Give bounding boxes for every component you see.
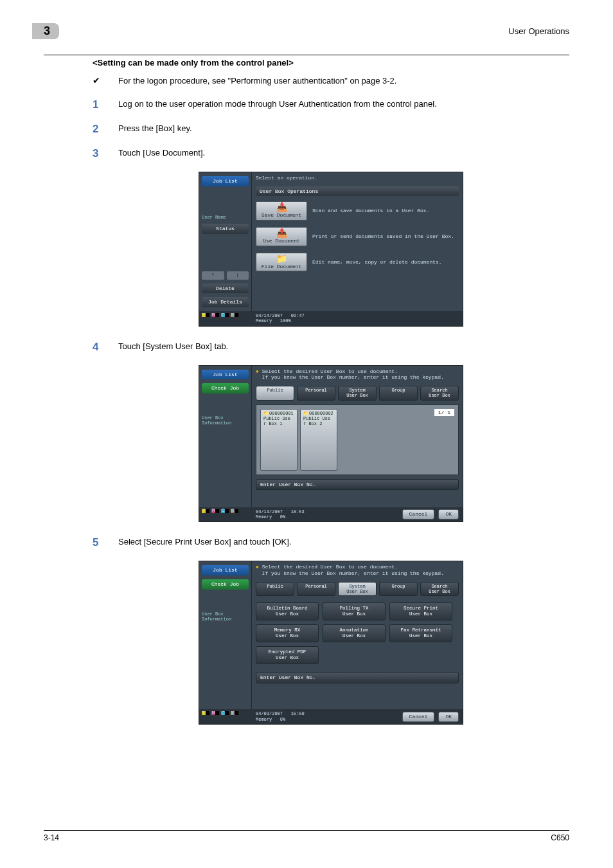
save-document-button[interactable]: 📥 Save Document: [256, 201, 307, 221]
section-title: User Operations: [508, 26, 569, 36]
cancel-button-3[interactable]: Cancel: [402, 712, 435, 722]
panel3-header1: Select the desired User Box to use docum…: [262, 564, 398, 570]
arrow-down-icon[interactable]: ↓: [227, 271, 249, 280]
user-name-label: User Name: [202, 215, 249, 220]
save-document-desc: Scan and save documents in a User Box.: [312, 208, 459, 214]
step-number-2: 2: [93, 123, 118, 136]
job-list-tab[interactable]: Job List: [202, 176, 249, 186]
user-box-2[interactable]: 📁000000002 Public Use r Box 2: [300, 409, 337, 471]
bullet-text: For the logon procedure, see "Performing…: [118, 75, 569, 87]
panel2-date: 04/13/2007: [256, 509, 283, 514]
check-job-tab[interactable]: Check Job: [202, 383, 249, 393]
step-text-2: Press the [Box] key.: [118, 123, 569, 134]
tab-search-user-box-3[interactable]: Search User Box: [420, 582, 459, 597]
panel1-memory-value: 100%: [280, 318, 291, 323]
bulb-icon: ●: [256, 564, 259, 570]
user-box-info-label-3: User Box Information: [202, 611, 249, 622]
polling-tx-user-box[interactable]: Polling TX User Box: [323, 602, 386, 620]
use-document-icon: 📤: [259, 229, 304, 238]
model-number: C650: [551, 833, 569, 842]
panel3-time: 15:50: [291, 711, 305, 716]
tab-system-user-box[interactable]: System User Box: [338, 386, 377, 401]
encrypted-pdf-user-box[interactable]: Encrypted PDF User Box: [256, 646, 319, 664]
user-box-info-label: User Box Information: [202, 415, 249, 426]
tab-group-3[interactable]: Group: [379, 582, 418, 597]
step-text-1: Log on to the user operation mode throug…: [118, 98, 569, 110]
tab-public-3[interactable]: Public: [256, 582, 294, 597]
user-box-operations-bar: User Box Operations: [256, 186, 459, 197]
tab-search-user-box[interactable]: Search User Box: [420, 386, 459, 401]
folder-icon: 📁: [263, 411, 269, 416]
job-list-tab-3[interactable]: Job List: [202, 565, 249, 575]
panel2-header1: Select the desired User Box to use docum…: [262, 368, 398, 374]
panel1-header: Select an operation.: [252, 172, 463, 184]
tab-system-user-box-3[interactable]: System User Box: [338, 582, 377, 597]
job-list-tab-2[interactable]: Job List: [202, 370, 249, 380]
bulletin-board-user-box[interactable]: Bulletin Board User Box: [256, 602, 319, 620]
ok-button-3[interactable]: OK: [438, 712, 459, 722]
fax-retransmit-user-box[interactable]: Fax Retransmit User Box: [389, 624, 452, 642]
subheading: <Setting can be made only from the contr…: [93, 58, 569, 68]
step-number-1: 1: [93, 98, 118, 111]
panel1-time: 09:47: [291, 313, 305, 318]
panel3-date: 04/03/2007: [256, 711, 283, 716]
file-document-icon: 📁: [259, 255, 304, 264]
screenshot-user-box-operations: Job List User Name Status ↑ ↓ Delete Job…: [199, 172, 463, 326]
step-number-4: 4: [93, 341, 118, 354]
file-document-button[interactable]: 📁 File Document: [256, 253, 307, 272]
secure-print-user-box[interactable]: Secure Print User Box: [389, 602, 452, 620]
status-button[interactable]: Status: [202, 224, 249, 234]
cancel-button[interactable]: Cancel: [402, 509, 435, 520]
use-document-desc: Print or send documents saved in the Use…: [312, 233, 459, 240]
enter-user-box-no-button[interactable]: Enter User Box No.: [256, 479, 459, 491]
save-document-icon: 📥: [259, 203, 304, 212]
enter-user-box-no-button-3[interactable]: Enter User Box No.: [256, 672, 459, 683]
tab-personal[interactable]: Personal: [297, 386, 335, 401]
use-document-button[interactable]: 📤 Use Document: [256, 227, 307, 246]
check-job-tab-3[interactable]: Check Job: [202, 579, 249, 590]
chapter-number: 3: [32, 23, 59, 39]
step-text-4: Touch [System User Box] tab.: [118, 341, 569, 352]
tab-group[interactable]: Group: [379, 386, 418, 401]
panel1-date: 04/14/2007: [256, 313, 283, 318]
screenshot-public-user-box: Job List Check Job User Box Information …: [199, 365, 463, 523]
tab-personal-3[interactable]: Personal: [297, 582, 335, 597]
memory-rx-user-box[interactable]: Memory RX User Box: [256, 624, 319, 642]
step-number-5: 5: [93, 536, 118, 549]
folder-icon: 📁: [303, 411, 309, 416]
annotation-user-box[interactable]: Annotation User Box: [323, 624, 386, 642]
user-box-1[interactable]: 📁000000001 Public Use r Box 1: [260, 409, 298, 471]
panel2-time: 10:53: [291, 509, 305, 514]
check-icon: ✔: [93, 75, 118, 86]
pager: 1/ 1: [434, 409, 454, 417]
step-number-3: 3: [93, 147, 118, 160]
panel3-header2: If you know the User Box number, enter i…: [262, 570, 444, 576]
panel1-memory-label: Memory: [256, 318, 272, 323]
delete-button[interactable]: Delete: [202, 284, 249, 294]
file-document-desc: Edit name, move, copy or delete document…: [312, 259, 459, 266]
panel2-header2: If you know the User Box number, enter i…: [262, 374, 444, 380]
page-number: 3-14: [44, 833, 59, 842]
job-details-button[interactable]: Job Details: [202, 297, 249, 307]
step-text-3: Touch [Use Document].: [118, 147, 569, 159]
ok-button[interactable]: OK: [438, 509, 459, 520]
screenshot-system-user-box: Job List Check Job User Box Information …: [199, 561, 463, 725]
step-text-5: Select [Secure Print User Box] and touch…: [118, 536, 569, 548]
bulb-icon: ●: [256, 368, 259, 374]
tab-public[interactable]: Public: [256, 386, 294, 401]
arrow-up-icon[interactable]: ↑: [202, 271, 224, 280]
